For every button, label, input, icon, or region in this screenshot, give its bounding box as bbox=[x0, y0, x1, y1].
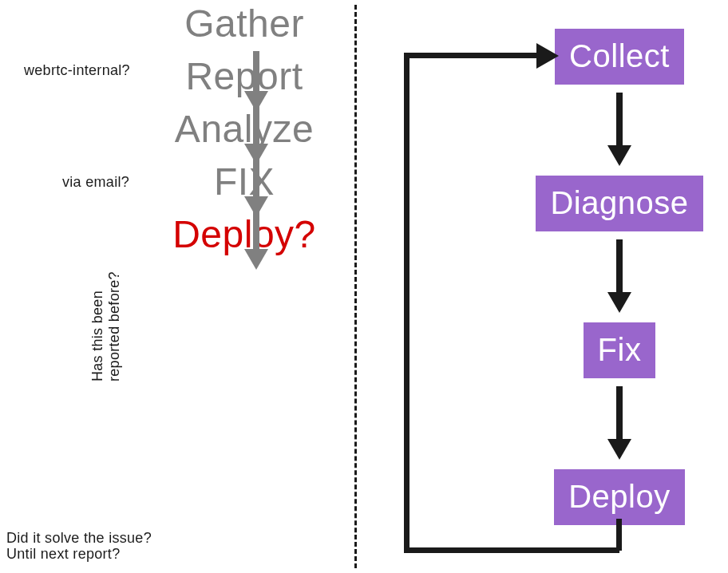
box-collect: Collect bbox=[555, 29, 684, 85]
svg-marker-7 bbox=[244, 249, 268, 270]
box-deploy: Deploy bbox=[554, 469, 685, 525]
arrow-down-icon bbox=[607, 386, 631, 463]
left-step-column: Gather Report Analyze FIX Deploy? bbox=[148, 5, 340, 254]
loop-segment bbox=[616, 519, 622, 551]
annotation-analyze: Has this been reported before? bbox=[89, 271, 122, 381]
svg-rect-12 bbox=[616, 386, 623, 441]
box-fix: Fix bbox=[584, 322, 656, 378]
vertical-divider bbox=[354, 5, 357, 568]
loop-segment bbox=[404, 547, 619, 553]
svg-rect-2 bbox=[253, 104, 259, 145]
left-flow: Gather Report Analyze FIX Deploy? webrtc… bbox=[0, 0, 351, 573]
svg-marker-9 bbox=[607, 145, 631, 166]
annotation-report: via email? bbox=[62, 174, 129, 191]
annotation-deploy-2: Until next report? bbox=[6, 546, 120, 563]
svg-rect-4 bbox=[253, 156, 259, 198]
annotation-gather: webrtc-internal? bbox=[24, 62, 130, 79]
svg-marker-14 bbox=[536, 43, 559, 69]
box-diagnose: Diagnose bbox=[536, 176, 702, 231]
arrow-right-icon bbox=[536, 43, 559, 72]
right-flow: Collect Diagnose Fix Deploy bbox=[364, 0, 728, 573]
loop-segment bbox=[404, 53, 538, 58]
step-gather: Gather bbox=[184, 5, 304, 43]
loop-segment bbox=[404, 53, 410, 553]
svg-rect-0 bbox=[253, 51, 259, 93]
svg-rect-8 bbox=[616, 93, 623, 147]
annotation-deploy-1: Did it solve the issue? bbox=[6, 530, 152, 547]
arrow-down-icon bbox=[607, 93, 631, 169]
arrow-down-icon bbox=[607, 239, 631, 316]
svg-marker-11 bbox=[607, 292, 631, 313]
right-box-column: Collect Diagnose Fix Deploy bbox=[516, 29, 723, 525]
svg-rect-6 bbox=[253, 209, 259, 251]
svg-marker-13 bbox=[607, 439, 631, 460]
svg-rect-10 bbox=[616, 239, 623, 294]
diagram-root: Gather Report Analyze FIX Deploy? webrtc… bbox=[0, 0, 728, 573]
